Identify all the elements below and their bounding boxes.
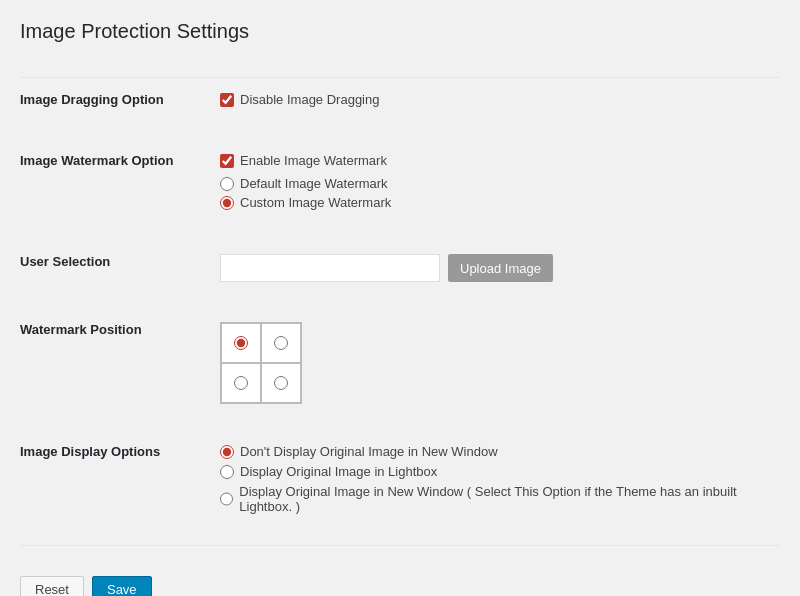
- user-selection-label: User Selection: [20, 244, 220, 292]
- lightbox-row: Display Original Image in Lightbox: [220, 464, 772, 479]
- position-radio-bottom-left[interactable]: [234, 376, 248, 390]
- user-selection-input-row: Upload Image: [220, 254, 772, 282]
- upload-image-button[interactable]: Upload Image: [448, 254, 553, 282]
- custom-watermark-row: Custom Image Watermark: [220, 195, 772, 210]
- image-display-row: Image Display Options Don't Display Orig…: [20, 434, 780, 529]
- spacer-row-3: [20, 292, 780, 312]
- save-button[interactable]: Save: [92, 576, 152, 596]
- lightbox-radio[interactable]: [220, 465, 234, 479]
- position-cell-bottom-right[interactable]: [261, 363, 301, 403]
- position-cell-bottom-left[interactable]: [221, 363, 261, 403]
- footer-buttons: Reset Save: [20, 566, 780, 596]
- page-title: Image Protection Settings: [20, 20, 780, 53]
- no-new-window-row: Don't Display Original Image in New Wind…: [220, 444, 772, 459]
- image-watermark-row: Image Watermark Option Enable Image Wate…: [20, 143, 780, 224]
- user-selection-control: Upload Image: [220, 244, 780, 292]
- disable-dragging-checkbox[interactable]: [220, 93, 234, 107]
- lightbox-label[interactable]: Display Original Image in Lightbox: [240, 464, 437, 479]
- position-cell-top-left[interactable]: [221, 323, 261, 363]
- disable-dragging-checkbox-label[interactable]: Disable Image Dragging: [240, 92, 379, 107]
- watermark-position-label: Watermark Position: [20, 312, 220, 414]
- new-window-label[interactable]: Display Original Image in New Window ( S…: [239, 484, 772, 514]
- disable-dragging-checkbox-row: Disable Image Dragging: [220, 92, 772, 107]
- image-display-label: Image Display Options: [20, 434, 220, 529]
- page-wrapper: Image Protection Settings Image Dragging…: [0, 0, 800, 596]
- custom-watermark-radio[interactable]: [220, 196, 234, 210]
- settings-table: Image Dragging Option Disable Image Drag…: [20, 82, 780, 529]
- custom-watermark-label[interactable]: Custom Image Watermark: [240, 195, 391, 210]
- image-watermark-label: Image Watermark Option: [20, 143, 220, 224]
- default-watermark-radio[interactable]: [220, 177, 234, 191]
- position-radio-top-left[interactable]: [234, 336, 248, 350]
- watermark-type-group: Default Image Watermark Custom Image Wat…: [220, 176, 772, 210]
- new-window-radio[interactable]: [220, 492, 233, 506]
- spacer-row-2: [20, 224, 780, 244]
- new-window-row: Display Original Image in New Window ( S…: [220, 484, 772, 514]
- enable-watermark-checkbox[interactable]: [220, 154, 234, 168]
- enable-watermark-checkbox-row: Enable Image Watermark: [220, 153, 772, 168]
- section-divider: [20, 77, 780, 78]
- position-radio-bottom-right[interactable]: [274, 376, 288, 390]
- watermark-position-row: Watermark Position: [20, 312, 780, 414]
- image-dragging-row: Image Dragging Option Disable Image Drag…: [20, 82, 780, 123]
- footer-divider: [20, 545, 780, 546]
- spacer-row-4: [20, 414, 780, 434]
- image-watermark-control: Enable Image Watermark Default Image Wat…: [220, 143, 780, 224]
- position-cell-top-right[interactable]: [261, 323, 301, 363]
- watermark-position-control: [220, 312, 780, 414]
- position-radio-top-right[interactable]: [274, 336, 288, 350]
- no-new-window-label[interactable]: Don't Display Original Image in New Wind…: [240, 444, 498, 459]
- spacer-row-1: [20, 123, 780, 143]
- user-selection-row: User Selection Upload Image: [20, 244, 780, 292]
- default-watermark-label[interactable]: Default Image Watermark: [240, 176, 388, 191]
- image-dragging-control: Disable Image Dragging: [220, 82, 780, 123]
- enable-watermark-checkbox-label[interactable]: Enable Image Watermark: [240, 153, 387, 168]
- user-selection-input[interactable]: [220, 254, 440, 282]
- reset-button[interactable]: Reset: [20, 576, 84, 596]
- image-display-control: Don't Display Original Image in New Wind…: [220, 434, 780, 529]
- position-grid: [220, 322, 302, 404]
- default-watermark-row: Default Image Watermark: [220, 176, 772, 191]
- image-dragging-label: Image Dragging Option: [20, 82, 220, 123]
- no-new-window-radio[interactable]: [220, 445, 234, 459]
